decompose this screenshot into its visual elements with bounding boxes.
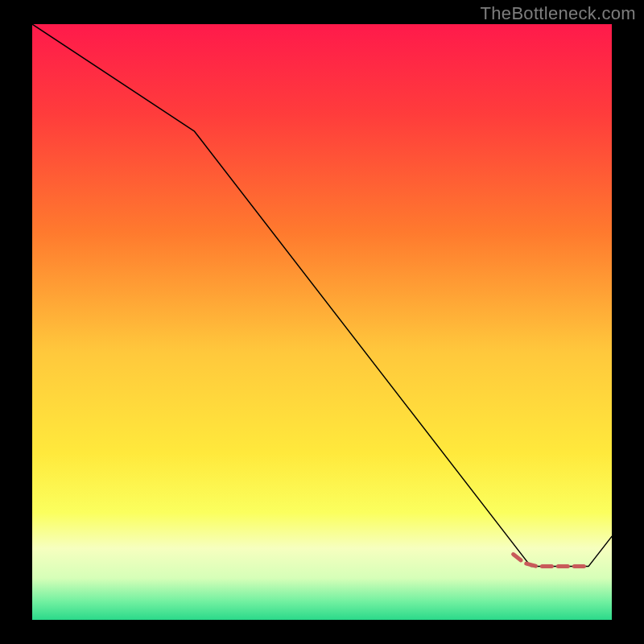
watermark-text: TheBottleneck.com [481,3,636,24]
plot-area [32,24,612,620]
plot-svg [32,24,612,620]
gradient-rect [32,24,612,620]
chart-frame: TheBottleneck.com [0,0,644,644]
